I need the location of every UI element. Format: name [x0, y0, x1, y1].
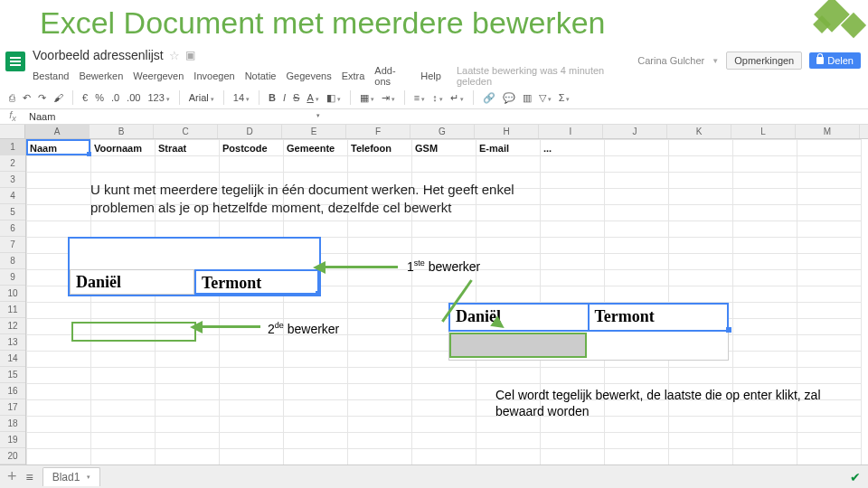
cell[interactable]: [220, 303, 284, 319]
cell[interactable]: [348, 352, 412, 368]
cell[interactable]: [348, 286, 412, 303]
cell[interactable]: [669, 156, 733, 173]
cell[interactable]: [220, 449, 284, 465]
cell[interactable]: [669, 221, 733, 238]
cell[interactable]: [284, 449, 348, 465]
col-header[interactable]: D: [218, 125, 282, 138]
cell[interactable]: [605, 156, 669, 173]
row-header[interactable]: 17: [0, 399, 25, 416]
row-header[interactable]: 9: [0, 269, 25, 286]
cell[interactable]: [797, 449, 862, 465]
cell[interactable]: [541, 238, 605, 254]
cell[interactable]: [669, 254, 733, 270]
cell[interactable]: [220, 433, 284, 449]
cell[interactable]: [605, 433, 669, 449]
cell[interactable]: [284, 303, 348, 319]
row-header[interactable]: 8: [0, 253, 25, 269]
cell[interactable]: [605, 254, 669, 270]
cell[interactable]: [605, 221, 669, 238]
cell[interactable]: [27, 189, 91, 205]
cell[interactable]: [797, 352, 862, 368]
cell[interactable]: [91, 368, 156, 384]
cell[interactable]: [605, 140, 669, 156]
row-header[interactable]: 12: [0, 318, 25, 334]
cell[interactable]: [156, 384, 220, 400]
cell[interactable]: [91, 156, 156, 173]
cell[interactable]: [797, 156, 862, 173]
row-header[interactable]: 3: [0, 172, 25, 188]
cell[interactable]: [412, 384, 476, 400]
menu-format[interactable]: Notatie: [245, 70, 277, 81]
cell[interactable]: [476, 156, 541, 173]
cell[interactable]: [156, 449, 220, 465]
cell[interactable]: [27, 400, 91, 417]
cell[interactable]: [156, 433, 220, 449]
cell[interactable]: [27, 173, 91, 189]
col-header[interactable]: C: [154, 125, 218, 138]
cell[interactable]: [541, 221, 605, 238]
cell[interactable]: [605, 189, 669, 205]
cell[interactable]: [797, 335, 862, 352]
cell[interactable]: [91, 384, 156, 400]
cell[interactable]: [348, 221, 412, 238]
cell[interactable]: [91, 400, 156, 417]
cell[interactable]: [284, 433, 348, 449]
menu-tools[interactable]: Extra: [342, 70, 365, 81]
cell[interactable]: [541, 156, 605, 173]
cell[interactable]: [669, 205, 733, 221]
col-header[interactable]: M: [796, 125, 860, 138]
cell[interactable]: [797, 319, 862, 335]
cell[interactable]: [797, 205, 862, 221]
cell[interactable]: [669, 173, 733, 189]
font-family-select[interactable]: Arial▾: [189, 92, 214, 103]
filter-button[interactable]: ▽▾: [539, 92, 552, 104]
italic-button[interactable]: I: [283, 92, 286, 103]
cell[interactable]: [605, 173, 669, 189]
row-headers[interactable]: 1 2 3 4 5 6 7 8 9 10 11 12 13 14 15 16 1…: [0, 139, 26, 481]
cell[interactable]: [220, 352, 284, 368]
cell[interactable]: [605, 368, 669, 384]
cell[interactable]: [91, 449, 156, 465]
row-header[interactable]: 15: [0, 367, 25, 383]
cell[interactable]: [27, 352, 91, 368]
cell[interactable]: [220, 335, 284, 352]
number-format[interactable]: 123▾: [147, 92, 169, 103]
cell[interactable]: Voornaam: [91, 140, 156, 156]
row-header[interactable]: 11: [0, 302, 25, 318]
cell[interactable]: Straat: [156, 140, 220, 156]
cell[interactable]: [284, 400, 348, 417]
row-header[interactable]: 2: [0, 155, 25, 172]
cell[interactable]: [605, 238, 669, 254]
cell[interactable]: [156, 156, 220, 173]
cell[interactable]: [284, 352, 348, 368]
cell[interactable]: [797, 368, 862, 384]
cell[interactable]: [541, 449, 605, 465]
cell[interactable]: [476, 254, 541, 270]
cell[interactable]: [156, 221, 220, 238]
cell[interactable]: [348, 335, 412, 352]
cell[interactable]: [348, 303, 412, 319]
cell[interactable]: [733, 140, 797, 156]
currency-format[interactable]: €: [82, 92, 88, 103]
col-header[interactable]: A: [25, 125, 90, 138]
col-header[interactable]: J: [603, 125, 667, 138]
cell[interactable]: [156, 368, 220, 384]
cell[interactable]: [348, 368, 412, 384]
cell[interactable]: ...: [541, 140, 605, 156]
row-header[interactable]: 7: [0, 237, 25, 253]
cell[interactable]: [541, 270, 605, 286]
cell[interactable]: [412, 449, 476, 465]
cell[interactable]: [348, 270, 412, 286]
cell[interactable]: [220, 221, 284, 238]
row-header[interactable]: 13: [0, 334, 25, 351]
cell[interactable]: [733, 189, 797, 205]
redo-icon[interactable]: ↷: [38, 92, 46, 104]
cell[interactable]: [412, 433, 476, 449]
cell[interactable]: [91, 221, 156, 238]
cell[interactable]: Postcode: [220, 140, 284, 156]
menu-file[interactable]: Bestand: [33, 70, 69, 81]
row-header[interactable]: 6: [0, 221, 25, 237]
cell[interactable]: [156, 303, 220, 319]
merge-button[interactable]: ⇥▾: [382, 92, 395, 104]
spreadsheet-grid[interactable]: A B C D E F G H I J K L M ▾ 1 2 3 4 5 6 …: [0, 125, 868, 481]
